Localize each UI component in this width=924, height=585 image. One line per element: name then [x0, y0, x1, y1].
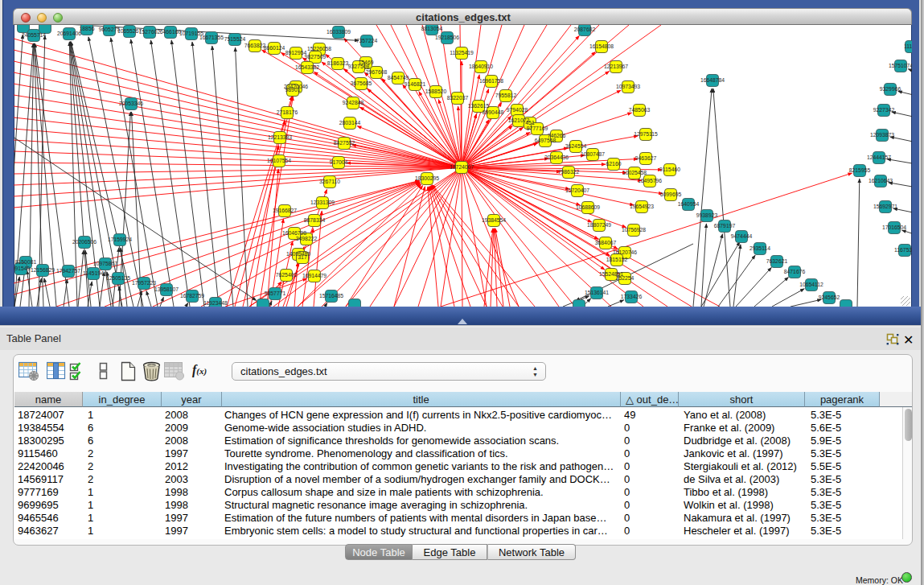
svg-text:17016504: 17016504	[882, 225, 906, 230]
svg-text:20206506: 20206506	[72, 239, 97, 245]
svg-text:1167533: 1167533	[894, 247, 912, 253]
svg-text:7625402: 7625402	[276, 272, 298, 278]
svg-text:98901: 98901	[285, 87, 301, 93]
svg-text:9227342: 9227342	[873, 107, 895, 113]
svg-text:16782759: 16782759	[180, 293, 204, 299]
svg-text:8427552: 8427552	[334, 140, 355, 146]
svg-text:16120746: 16120746	[613, 249, 637, 255]
svg-text:3684067: 3684067	[595, 240, 617, 245]
svg-text:991549: 991549	[14, 266, 31, 271]
svg-text:16914479: 16914479	[302, 273, 326, 278]
svg-text:3267110: 3267110	[319, 179, 340, 184]
svg-text:8322037: 8322037	[447, 95, 469, 101]
svg-text:7632621: 7632621	[766, 258, 788, 264]
svg-text:1815152: 1815152	[606, 257, 628, 262]
svg-text:12213967: 12213967	[604, 64, 628, 69]
svg-text:9115460: 9115460	[659, 167, 680, 172]
svg-text:1145194: 1145194	[83, 270, 104, 276]
svg-text:8215955: 8215955	[849, 167, 871, 173]
svg-text:6497568: 6497568	[535, 138, 556, 143]
svg-text:15716485: 15716485	[319, 293, 343, 299]
svg-text:2803144: 2803144	[339, 120, 361, 126]
svg-text:8660124: 8660124	[264, 45, 285, 51]
svg-text:9329966: 9329966	[880, 86, 901, 92]
svg-text:6466160: 6466160	[160, 29, 182, 35]
svg-text:3675685: 3675685	[351, 80, 372, 86]
svg-text:1527602: 1527602	[139, 29, 161, 35]
svg-text:19218506: 19218506	[435, 35, 459, 40]
svg-text:11325419: 11325419	[450, 50, 474, 56]
svg-text:8878334: 8878334	[304, 217, 326, 223]
svg-text:3624554: 3624554	[565, 143, 587, 149]
svg-text:13958107: 13958107	[154, 286, 179, 292]
svg-text:6099695: 6099695	[660, 192, 682, 197]
svg-text:15692971: 15692971	[873, 204, 897, 209]
svg-text:317: 317	[298, 254, 307, 260]
svg-text:8813054: 8813054	[421, 26, 443, 31]
svg-text:1588520: 1588520	[425, 89, 447, 94]
svg-text:10655267: 10655267	[117, 28, 142, 34]
svg-text:9777169: 9777169	[527, 126, 548, 131]
svg-text:12505135: 12505135	[106, 275, 130, 281]
svg-text:16046798: 16046798	[282, 230, 306, 236]
svg-text:17957223: 17957223	[132, 280, 156, 286]
svg-text:12156829: 12156829	[31, 267, 55, 273]
svg-text:16648784: 16648784	[700, 77, 725, 83]
svg-text:9857771: 9857771	[265, 290, 286, 296]
svg-text:10025458: 10025458	[622, 170, 647, 175]
svg-text:16543382: 16543382	[295, 64, 319, 70]
svg-text:9938923: 9938923	[696, 212, 718, 218]
svg-text:10688609: 10688609	[576, 204, 600, 210]
svg-text:1640954: 1640954	[678, 201, 700, 207]
svg-text:7515524: 7515524	[224, 36, 246, 42]
svg-text:12213383: 12213383	[268, 134, 292, 140]
svg-text:7663822: 7663822	[244, 43, 266, 48]
svg-text:2935114: 2935114	[749, 245, 770, 251]
svg-text:10807487: 10807487	[581, 151, 605, 157]
svg-text:7357224: 7357224	[356, 38, 378, 43]
svg-text:24055714: 24055714	[22, 32, 46, 38]
svg-text:16154808: 16154808	[589, 43, 614, 49]
svg-text:18724007: 18724007	[450, 164, 474, 170]
svg-text:2087682: 2087682	[574, 27, 596, 32]
svg-text:18807249: 18807249	[587, 222, 611, 228]
svg-text:10654112: 10654112	[799, 282, 823, 287]
svg-text:17942757: 17942757	[56, 268, 80, 274]
svg-text:20053346: 20053346	[119, 101, 143, 106]
svg-text:6879197: 6879197	[714, 223, 736, 229]
svg-text:7986322: 7986322	[558, 169, 580, 175]
svg-text:3498222: 3498222	[296, 236, 318, 241]
svg-text:9463627: 9463627	[635, 155, 657, 161]
svg-text:15226058: 15226058	[307, 46, 331, 51]
svg-text:10975867: 10975867	[93, 261, 117, 266]
svg-text:16961758: 16961758	[479, 78, 503, 84]
svg-text:8454749: 8454749	[388, 75, 409, 80]
svg-text:9242848: 9242848	[343, 100, 364, 105]
svg-text:15720407: 15720407	[565, 187, 589, 193]
svg-text:16495796: 16495796	[638, 178, 662, 183]
svg-text:9146821: 9146821	[405, 81, 426, 87]
svg-text:746266: 746266	[548, 133, 566, 138]
svg-text:9794028: 9794028	[507, 107, 528, 113]
svg-text:7955812: 7955812	[495, 93, 517, 98]
svg-text:18640910: 18640910	[469, 64, 493, 69]
svg-text:917004: 917004	[330, 159, 348, 165]
svg-text:17159924: 17159924	[108, 237, 132, 242]
svg-text:18300295: 18300295	[415, 175, 439, 181]
svg-text:19654923: 19654923	[630, 204, 654, 209]
svg-text:252254: 252254	[616, 275, 634, 281]
svg-text:11923448: 11923448	[203, 300, 228, 306]
svg-text:8990448: 8990448	[483, 109, 504, 115]
svg-text:16107554: 16107554	[267, 158, 291, 163]
svg-text:8912954: 8912954	[285, 50, 307, 56]
svg-text:19166827: 19166827	[273, 208, 297, 213]
svg-text:19384554: 19384554	[482, 217, 506, 223]
svg-text:12975115: 12975115	[634, 131, 658, 137]
svg-text:12331309: 12331309	[310, 200, 335, 205]
svg-text:20364436: 20364436	[544, 154, 569, 160]
svg-text:10973493: 10973493	[616, 84, 640, 89]
svg-text:16671355: 16671355	[199, 35, 224, 40]
svg-text:12444157: 12444157	[867, 154, 891, 160]
svg-text:16210643: 16210643	[869, 178, 893, 183]
svg-text:15751074: 15751074	[889, 63, 912, 68]
